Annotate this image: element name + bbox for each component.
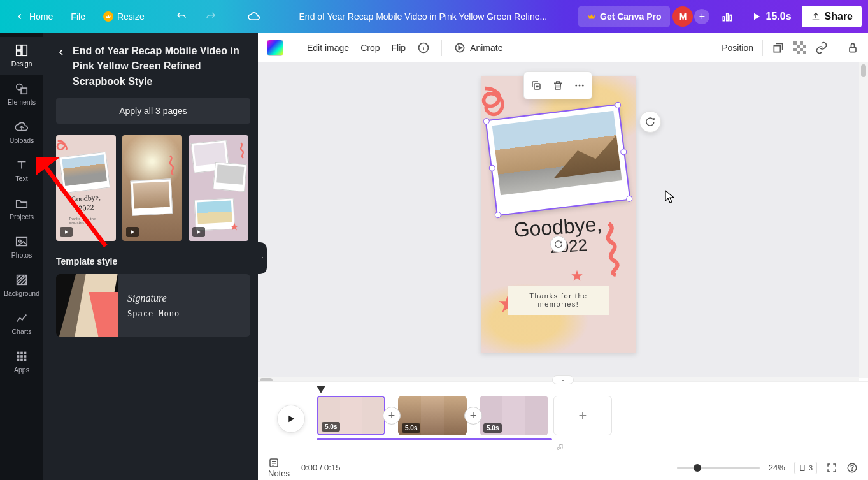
rail-photos[interactable]: Photos <box>0 228 43 266</box>
add-transition-button[interactable]: + <box>383 407 401 425</box>
rail-label: Uploads <box>10 136 34 144</box>
template-page-2[interactable] <box>122 135 182 241</box>
timeline-play-button[interactable] <box>277 405 305 433</box>
color-picker[interactable] <box>267 40 283 56</box>
svg-rect-9 <box>17 238 27 246</box>
page-stage[interactable]: Goodbye, 2022 Thanks for the memories! <box>481 76 636 353</box>
get-pro-button[interactable]: Get Canva Pro <box>578 6 670 27</box>
add-transition-button[interactable]: + <box>464 407 482 425</box>
rail-text[interactable]: Text <box>0 152 43 190</box>
play-icon <box>60 227 73 237</box>
help-button[interactable] <box>846 462 858 474</box>
photo-icon <box>15 235 29 249</box>
svg-marker-26 <box>459 46 462 49</box>
crop-button[interactable]: Crop <box>360 43 380 53</box>
zoom-slider[interactable] <box>677 467 760 469</box>
template-page-1[interactable]: Goodbye,2022 Thanks for thememories! <box>56 135 116 241</box>
svg-rect-5 <box>22 45 27 56</box>
rail-charts[interactable]: Charts <box>0 305 43 343</box>
template-style-heading: Template style <box>56 256 250 266</box>
page-count: 3 <box>809 464 813 472</box>
edit-image-button[interactable]: Edit image <box>307 43 349 53</box>
notes-button[interactable]: Notes <box>268 457 290 478</box>
duration-label: 15.0s <box>765 11 791 22</box>
template-page-3[interactable] <box>189 135 248 241</box>
analytics-button[interactable] <box>713 5 741 28</box>
rail-background[interactable]: Background <box>0 266 43 305</box>
transparency-button[interactable] <box>793 41 806 54</box>
back-button[interactable] <box>56 47 66 57</box>
more-button[interactable] <box>570 76 589 95</box>
svg-point-10 <box>18 240 21 242</box>
apply-all-button[interactable]: Apply all 3 pages <box>56 98 250 124</box>
svg-rect-19 <box>20 359 23 361</box>
chevron-left-icon <box>14 11 25 22</box>
rail-elements[interactable]: Elements <box>0 75 43 113</box>
context-right: Position <box>722 40 859 56</box>
clip-duration: 5.0s <box>483 423 502 433</box>
animate-button[interactable]: Animate <box>453 41 502 54</box>
style-fonts: Signature Space Mono <box>118 274 250 337</box>
flip-button[interactable]: Flip <box>392 43 406 53</box>
redo-button[interactable] <box>197 6 224 27</box>
position-button[interactable]: Position <box>722 43 753 53</box>
preview-button[interactable]: 15.0s <box>745 6 797 27</box>
fullscreen-button[interactable] <box>826 462 837 474</box>
timeline-clip-2[interactable]: 5.0s <box>398 396 467 435</box>
add-member-button[interactable]: + <box>694 9 709 24</box>
lock-button[interactable] <box>846 41 859 54</box>
separator <box>295 40 295 56</box>
resize-button[interactable]: Resize <box>96 6 152 27</box>
zoom-thumb[interactable] <box>694 464 701 472</box>
file-menu[interactable]: File <box>63 6 93 27</box>
tape-caption[interactable]: Thanks for the memories! <box>508 286 609 315</box>
rail-uploads[interactable]: Uploads <box>0 113 43 152</box>
svg-rect-20 <box>24 359 27 361</box>
svg-rect-18 <box>17 359 20 361</box>
timeline-progress[interactable] <box>317 438 552 440</box>
play-icon <box>751 11 762 22</box>
audio-track-icon[interactable] <box>555 443 565 451</box>
topbar-right: M + 15.0s Share <box>672 5 862 28</box>
template-pages: Goodbye,2022 Thanks for thememories! <box>56 135 250 241</box>
context-toolbar: Edit image Crop Flip Animate Position <box>258 33 868 62</box>
undo-button[interactable] <box>168 6 195 27</box>
timeline-track: 5.0s + 5.0s + 5.0s + <box>317 393 855 438</box>
scrollbar-thumb[interactable] <box>861 64 866 77</box>
vertical-scrollbar[interactable] <box>859 62 868 378</box>
duplicate-button[interactable] <box>527 76 546 95</box>
canvas-area[interactable]: Goodbye, 2022 Thanks for the memories! <box>258 62 859 378</box>
rail-design[interactable]: Design <box>0 37 43 75</box>
rail-apps[interactable]: Apps <box>0 343 43 381</box>
playhead[interactable] <box>317 386 325 393</box>
svg-rect-35 <box>850 47 856 52</box>
rail-label: Charts <box>12 328 32 335</box>
panel-collapse-handle[interactable] <box>258 242 267 274</box>
home-button[interactable]: Home <box>6 6 60 27</box>
add-page-button[interactable]: + <box>553 396 612 435</box>
share-label: Share <box>825 11 853 22</box>
timeline-clip-1[interactable]: 5.0s <box>317 396 385 435</box>
timeline-clip-3[interactable]: 5.0s <box>480 396 548 435</box>
polaroid-frame[interactable] <box>486 105 630 215</box>
svg-point-38 <box>579 85 581 87</box>
template-style-card[interactable]: Signature Space Mono <box>56 274 250 337</box>
regenerate-button[interactable] <box>639 111 661 133</box>
animate-label: Animate <box>470 43 502 53</box>
info-button[interactable] <box>417 41 430 54</box>
zoom-level[interactable]: 24% <box>769 463 785 472</box>
svg-rect-45 <box>800 465 804 470</box>
document-title[interactable]: End of Year Recap Mobile Video in Pink Y… <box>271 11 576 22</box>
cloud-sync-icon[interactable] <box>240 5 268 28</box>
link-button[interactable] <box>815 41 828 54</box>
rotate-handle[interactable] <box>550 236 567 252</box>
delete-button[interactable] <box>548 76 567 95</box>
layers-button[interactable] <box>772 41 785 54</box>
pages-icon <box>799 464 806 472</box>
timeline-collapse[interactable] <box>552 375 574 384</box>
share-button[interactable]: Share <box>802 6 862 27</box>
page-indicator[interactable]: 3 <box>794 462 817 474</box>
svg-rect-6 <box>17 51 21 55</box>
rail-projects[interactable]: Projects <box>0 190 43 228</box>
avatar[interactable]: M <box>672 6 693 27</box>
